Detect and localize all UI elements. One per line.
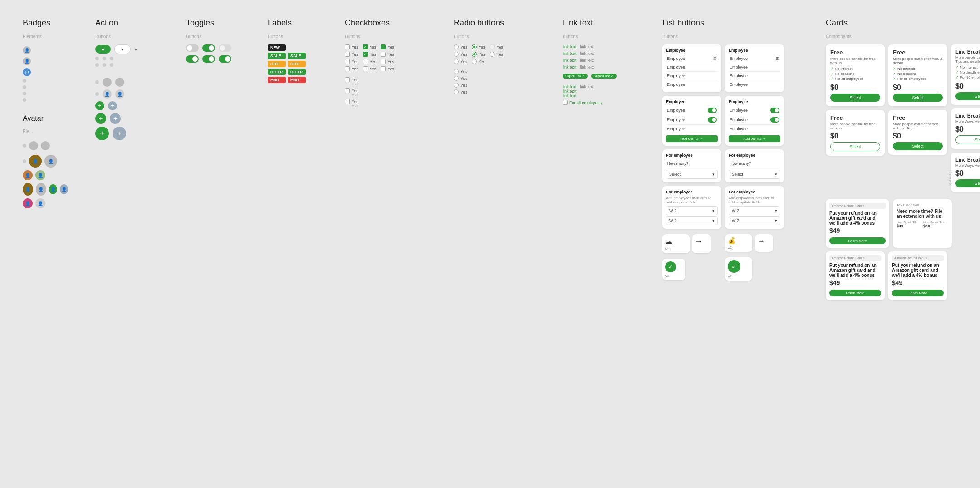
panelr3-row1-text: How many? (730, 161, 751, 166)
action-icon-btn6[interactable]: + (113, 127, 126, 140)
panelr1-row3[interactable]: Employee (729, 72, 780, 80)
cb15[interactable] (345, 99, 350, 104)
panelr4-select2[interactable]: W-2 ▾ (729, 216, 780, 225)
panelr2-toggle1[interactable] (770, 108, 779, 113)
rb7[interactable] (454, 59, 459, 64)
toggle-off1[interactable] (186, 44, 199, 52)
link2[interactable]: link text (563, 51, 577, 56)
cb14[interactable] (345, 88, 350, 93)
panelr2-row2[interactable]: Employee (729, 115, 780, 125)
cb9[interactable] (381, 59, 386, 64)
rb1[interactable] (454, 44, 459, 49)
panel2-add-btn[interactable]: Add our #2 → (666, 135, 718, 142)
action-icon-btn4[interactable]: + (110, 113, 121, 124)
badges-group: 👤 👤 🏷 (23, 46, 68, 102)
cb6[interactable] (381, 52, 386, 57)
panel1-row3[interactable]: Employee (666, 72, 718, 80)
link-cb-box1[interactable] (563, 100, 568, 105)
cb8[interactable] (363, 59, 368, 64)
panelr4-select[interactable]: W-2 ▾ (729, 206, 780, 215)
line-break-card3-btn[interactable]: Select (956, 179, 980, 187)
cb11[interactable] (363, 66, 368, 71)
action-row2 (95, 57, 159, 60)
line-break-card2-btn[interactable]: Select (956, 135, 980, 144)
link1[interactable]: link text (563, 44, 577, 49)
panelr2-add-btn[interactable]: Add our #2 → (729, 135, 780, 142)
extension-mini-item1: Line Break Title $49 (897, 221, 921, 228)
panel3-row1[interactable]: How many? (666, 159, 718, 168)
toggle-on2[interactable] (186, 55, 199, 63)
action-btn-ghost1[interactable]: ● (134, 47, 137, 52)
link5[interactable]: link text (563, 84, 577, 89)
panel3-select[interactable]: Select ▾ (666, 170, 718, 179)
rb6[interactable] (490, 52, 495, 57)
rb5[interactable] (472, 52, 477, 57)
action-icon-btn2[interactable]: + (108, 101, 117, 110)
rb12[interactable] (454, 89, 459, 94)
cb10[interactable] (345, 66, 350, 71)
link3[interactable]: link text (563, 58, 577, 63)
cb12[interactable] (381, 66, 386, 71)
rb11[interactable] (454, 83, 459, 88)
rb9[interactable] (454, 69, 459, 74)
rb3[interactable] (490, 44, 495, 49)
cb4[interactable] (345, 52, 350, 57)
rb-text4: Yes (454, 89, 535, 94)
cb13[interactable] (345, 77, 350, 82)
panel2-row1[interactable]: Employee (666, 106, 718, 115)
rb2[interactable] (472, 44, 477, 49)
panelr2-row3[interactable]: Employee (729, 125, 780, 133)
panelr3-select[interactable]: Select ▾ (729, 170, 780, 179)
panel1-row4[interactable]: Employee (666, 80, 718, 89)
panelr2-toggle2[interactable] (770, 117, 779, 123)
link4[interactable]: link text (563, 65, 577, 69)
amazon-sm2-btn[interactable]: Learn More (892, 290, 944, 296)
link6[interactable]: link text (563, 89, 577, 94)
action-icon-btn1[interactable]: + (95, 101, 104, 110)
action-icon-btn3[interactable]: + (95, 113, 106, 124)
toggle-disabled1[interactable] (219, 44, 231, 52)
cb3[interactable]: − (381, 44, 386, 49)
rb8[interactable] (472, 59, 477, 64)
link-badge1[interactable]: SuperLink ✓ (563, 74, 588, 79)
panelr3-row1[interactable]: How many? (729, 159, 780, 168)
toggle-on1[interactable] (202, 44, 215, 52)
panelr1-row4[interactable]: Employee (729, 80, 780, 89)
panel2-row3[interactable]: Employee (666, 125, 718, 133)
panel2-row2[interactable]: Employee (666, 115, 718, 125)
line-break-card1-li2: No deadline (956, 70, 980, 74)
rb4[interactable] (454, 52, 459, 57)
line-break-card1-btn[interactable]: Select (956, 92, 980, 100)
action-icon-btn5[interactable]: + (95, 127, 109, 140)
panel4-select[interactable]: W-2 ▾ (666, 206, 718, 215)
cb7[interactable] (345, 59, 350, 64)
list-panel-r3: For employee How many? Select ▾ (725, 149, 784, 182)
panel1-row1[interactable]: Employee ⊞ (666, 54, 718, 63)
panel4-select2[interactable]: W-2 ▾ (666, 216, 718, 225)
rb10[interactable] (454, 76, 459, 81)
link7[interactable]: link text (563, 94, 577, 98)
action-btn-green1[interactable]: ● (95, 45, 111, 54)
panelr1-row2[interactable]: Employee (729, 63, 780, 72)
cb1[interactable] (345, 44, 350, 49)
free-card2-btn[interactable]: Select (830, 142, 880, 151)
panel2-toggle2[interactable] (708, 117, 717, 123)
panelr2-row1[interactable]: Employee (729, 106, 780, 115)
link-badge2[interactable]: SuperLink ✓ (591, 74, 616, 79)
free-card3-btn[interactable]: Select (893, 94, 943, 102)
rb11-label: Yes (461, 83, 467, 88)
free-card4-btn[interactable]: Select (893, 142, 943, 150)
cb5[interactable]: ✓ (363, 52, 368, 57)
line-break-card1-li1: No interest (956, 65, 980, 69)
toggle-on3[interactable] (202, 55, 215, 63)
free-card1-btn[interactable]: Select (830, 94, 880, 102)
link-cb-text1[interactable]: For all employees (569, 100, 602, 105)
panel2-toggle1[interactable] (708, 108, 717, 113)
cb2[interactable]: ✓ (363, 44, 368, 49)
amazon-card-btn[interactable]: Learn More (829, 237, 886, 244)
panel1-row2[interactable]: Employee (666, 63, 718, 72)
toggle-on4[interactable] (219, 55, 231, 63)
panelr1-row1[interactable]: Employee ⊞ (729, 54, 780, 63)
action-btn-outline1[interactable]: ● (114, 44, 131, 54)
amazon-sm1-btn[interactable]: Learn More (829, 290, 881, 296)
